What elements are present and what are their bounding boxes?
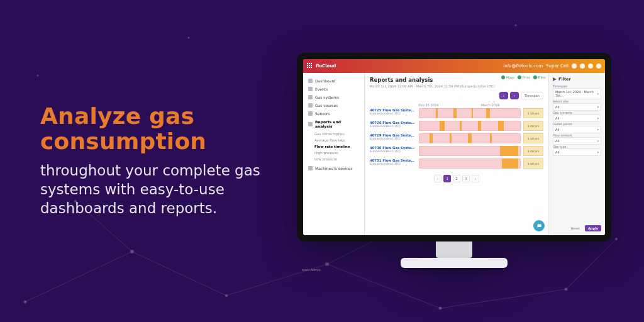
sensors-icon [308, 111, 313, 116]
timeline-segment [450, 133, 452, 143]
filter-value: All [555, 128, 559, 131]
chat-icon [536, 223, 542, 229]
pager: ‹ 1 2 3 › [370, 175, 543, 182]
filter-value: All [555, 139, 559, 143]
subnav-flow-timeline[interactable]: Flow rate timeline [314, 144, 364, 149]
subnav-low-pressure[interactable]: Low pressure [314, 157, 364, 162]
pager-next[interactable]: › [472, 175, 479, 182]
filter-reset-button[interactable]: Reset [568, 225, 583, 231]
subnav-avg-flow[interactable]: Average flow rate [314, 138, 364, 143]
subnav-gas-consumption[interactable]: Gas consumption [314, 131, 364, 136]
filter-label: Select site [553, 100, 569, 103]
timeline-rows: 40725 Flow Gas Syste…Europe/London (UTC)… [370, 108, 543, 171]
subnav-high-pressure[interactable]: High pressure [314, 150, 364, 155]
print-button[interactable]: Print [518, 75, 530, 79]
timeline-bar[interactable] [419, 121, 521, 131]
filter-select[interactable]: All [553, 114, 601, 122]
table-row: 40731 Flow Gas Syste…Europe/London (UTC)… [370, 158, 543, 169]
row-subtitle: Europe/London (UTC) [370, 125, 416, 128]
sidebar-item-label: Machines & devices [315, 166, 353, 170]
timeline-bar[interactable] [419, 146, 521, 156]
timeline-segment [468, 133, 472, 143]
row-subtitle: Europe/London (UTC) [370, 112, 416, 115]
pager-2[interactable]: 2 [453, 175, 460, 182]
table-row: 40729 Flow Gas Syste…Europe/London (UTC)… [370, 133, 543, 143]
filter-select[interactable]: All [553, 148, 601, 156]
range-prev-button[interactable]: ‹ [499, 92, 508, 99]
timeline-segment [490, 133, 492, 143]
filter-label: Outlet points [553, 123, 572, 126]
user-icon[interactable] [596, 64, 601, 69]
filter-value: All [555, 150, 559, 154]
sidebar-item-label: Gas systems [315, 95, 339, 99]
filter-label: Gas type [553, 145, 566, 148]
machines-icon [308, 166, 313, 170]
sidebar-item-events[interactable]: Events [303, 85, 364, 93]
app-header: floCloud info@flotools.com Super Cell [303, 59, 605, 73]
main-content: Move Print Filter Reports and analysis M… [365, 73, 548, 235]
pager-prev[interactable]: ‹ [434, 175, 441, 182]
sidebar-subnav: Gas consumption Average flow rate Flow r… [303, 131, 364, 162]
range-next-button[interactable]: › [510, 92, 519, 99]
page-toolbar: Move Print Filter [501, 75, 546, 79]
row-badge: 1-00 pm [523, 108, 543, 118]
timeline-segment [440, 121, 445, 131]
sidebar-item-machines[interactable]: Machines & devices [303, 164, 364, 172]
pager-3[interactable]: 3 [462, 175, 470, 182]
page-range-text: March 1st, 2024 12:00 AM - March 7th, 20… [370, 84, 543, 88]
chat-fab[interactable] [533, 220, 545, 231]
timeline-bar[interactable] [419, 108, 521, 118]
row-badge: 1-00 pm [523, 133, 543, 143]
sidebar-item-label: Events [315, 87, 328, 91]
sidebar-item-reports[interactable]: Reports and analysis [303, 118, 364, 130]
timeline-segment [430, 133, 433, 143]
filter-apply-button[interactable]: Apply [585, 225, 601, 231]
monitor-mockup: floCloud info@flotools.com Super Cell Da… [297, 53, 611, 274]
timeline-segment [472, 108, 473, 118]
filter-label: Timespan [553, 85, 567, 88]
search-icon[interactable] [572, 64, 577, 69]
marketing-sub: throughout your complete gas systems wit… [40, 161, 264, 218]
gas-icon [308, 95, 313, 99]
timeline-bar[interactable] [419, 158, 521, 169]
filter-select[interactable]: All [553, 137, 601, 145]
sidebar-item-gas-sources[interactable]: Gas sources [303, 101, 364, 109]
timeline-bar[interactable] [419, 133, 521, 143]
filter-select[interactable]: All [553, 126, 601, 133]
filter-select[interactable]: All [553, 103, 601, 111]
table-row: 40725 Flow Gas Syste…Europe/London (UTC)… [370, 108, 543, 118]
sidebar-item-label: Gas sources [315, 103, 338, 108]
timeline-col-1: March 2024 [481, 103, 543, 107]
sidebar-item-dashboard[interactable]: Dashboard [303, 77, 364, 85]
filter-value: All [555, 105, 559, 109]
filter-label: Gas systems [553, 111, 572, 114]
timeline-header: Feb 25 2024 March 2024 [370, 103, 543, 107]
row-subtitle: Europe/London (UTC) [370, 150, 416, 153]
timeline-segment [460, 121, 462, 131]
header-email: info@flotools.com [503, 64, 543, 69]
sidebar-item-sensors[interactable]: Sensors [303, 109, 364, 118]
timeline-segment [436, 108, 438, 118]
sidebar: Dashboard Events Gas systems Gas sources… [303, 73, 365, 235]
header-role: Super Cell [546, 64, 569, 69]
filter-select[interactable]: March 1st, 2024 - March 7th… [553, 88, 601, 99]
sidebar-item-gas-systems[interactable]: Gas systems [303, 93, 364, 101]
move-button[interactable]: Move [501, 75, 514, 79]
pager-1[interactable]: 1 [443, 175, 451, 182]
row-badge: 1-00 pm [523, 146, 543, 156]
timespan-button[interactable]: Timespan [521, 92, 543, 99]
row-badge: 1-00 pm [523, 158, 543, 169]
filter-panel: Filter TimespanMarch 1st, 2024 - March 7… [548, 73, 605, 235]
dashboard-icon [308, 79, 313, 83]
sidebar-item-label: Reports and analysis [315, 119, 359, 128]
filter-toggle-button[interactable]: Filter [533, 75, 546, 79]
row-subtitle: Europe/London (UTC) [370, 162, 416, 165]
bell-icon[interactable] [580, 64, 585, 69]
table-row: 40726 Flow Gas Syste…Europe/London (UTC)… [370, 121, 543, 131]
help-icon[interactable] [588, 64, 593, 69]
timeline-segment [486, 108, 490, 118]
apps-grid-icon[interactable] [307, 63, 313, 69]
timeline-segment [498, 121, 504, 131]
filter-header: Filter [553, 77, 601, 82]
sidebar-item-label: Sensors [315, 111, 330, 116]
